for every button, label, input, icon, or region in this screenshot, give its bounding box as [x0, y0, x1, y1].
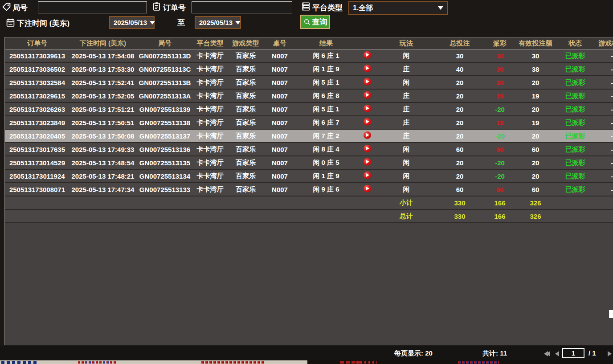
cell-status: 已派彩 — [556, 172, 595, 180]
cell-time: 2025-05-13 17:50:08 — [69, 132, 136, 140]
cell-result: 闲 7 庄 2 — [295, 132, 357, 140]
first-page-icon[interactable] — [544, 350, 550, 358]
play-video-icon[interactable] — [364, 65, 371, 72]
cell-icon — [357, 145, 377, 154]
cell-total: 60 — [435, 186, 484, 193]
cell-mode: - — [595, 159, 613, 167]
table-row[interactable]: 2505131730365022025-05-13 17:53:30GN0072… — [5, 63, 613, 76]
col-header-time: 下注时间 (美东) — [69, 39, 136, 48]
cell-order: 250513173008071 — [5, 186, 69, 193]
cell-play: 闲 — [377, 78, 435, 87]
cell-status: 已派彩 — [556, 145, 595, 154]
prev-page-icon[interactable] — [555, 350, 559, 358]
table-row[interactable]: 2505131730238492025-05-13 17:50:51GN0072… — [5, 116, 613, 130]
cell-game: 百家乐 — [227, 145, 265, 154]
col-header-order: 订单号 — [5, 39, 69, 48]
per-page-label: 每页显示: 20 — [394, 349, 433, 358]
search-icon — [303, 18, 311, 26]
table-row[interactable]: 2505131730296152025-05-13 17:52:05GN0072… — [5, 90, 613, 103]
cell-time: 2025-05-13 17:50:51 — [69, 119, 136, 127]
chevron-down-icon — [150, 21, 155, 25]
date-from-select[interactable]: 2025/05/13 — [109, 16, 155, 29]
play-video-icon[interactable] — [364, 78, 371, 86]
play-video-icon[interactable] — [364, 172, 371, 179]
play-video-icon[interactable] — [364, 131, 371, 139]
cell-order: 250513173017635 — [5, 146, 69, 153]
query-button[interactable]: 查询 — [300, 15, 330, 29]
cell-icon — [357, 118, 377, 127]
cell-game: 百家乐 — [227, 78, 265, 87]
cell-table_no: N007 — [265, 92, 295, 100]
platform-type-select[interactable]: 1.全部 — [348, 1, 448, 15]
cell-payout: -20 — [484, 172, 515, 180]
query-button-label: 查询 — [312, 17, 327, 27]
cell-valid: 19 — [515, 92, 556, 100]
cell-platform: 卡卡湾厅 — [193, 119, 227, 127]
cell-game: 百家乐 — [227, 132, 265, 140]
date-to-select[interactable]: 2025/05/13 — [195, 16, 241, 29]
cell-mode: - — [595, 146, 613, 153]
cell-play: 闲 — [377, 172, 435, 180]
cell-status: 已派彩 — [556, 132, 595, 140]
cell-order: 250513173014529 — [5, 159, 69, 167]
order-number-label: 订单号 — [163, 3, 186, 13]
cell-mode: - — [595, 65, 613, 73]
cell-time: 2025-05-13 17:52:05 — [69, 92, 136, 100]
table-row[interactable]: 2505131730176352025-05-13 17:49:33GN0072… — [5, 143, 613, 156]
next-page-icon[interactable] — [608, 350, 612, 358]
play-video-icon[interactable] — [364, 158, 371, 166]
table-body: 2505131730396132025-05-13 17:54:08GN0072… — [5, 49, 613, 223]
play-video-icon[interactable] — [364, 145, 371, 152]
cell-payout: -20 — [484, 159, 515, 167]
bet-records-panel: 订单号 下注时间 (美东) 局号 平台类型 游戏类型 桌号 结果 玩法 总投注 … — [4, 37, 613, 345]
cell-time: 2025-05-13 17:51:21 — [69, 106, 136, 113]
table-row[interactable]: 2505131730204052025-05-13 17:50:08GN0072… — [5, 130, 613, 143]
col-header-game: 游戏类型 — [227, 39, 265, 48]
cell-valid: 30 — [515, 52, 556, 60]
cell-game: 百家乐 — [227, 185, 265, 194]
cell-round: GN00725513135 — [136, 159, 193, 167]
cell-mode: - — [595, 186, 613, 193]
cell-platform: 卡卡湾厅 — [193, 132, 227, 140]
cell-result: 闲 6 庄 7 — [295, 119, 357, 127]
cell-table_no: N007 — [265, 186, 295, 193]
cell-icon — [357, 91, 377, 100]
table-row[interactable]: 2505131730080712025-05-13 17:47:34GN0072… — [5, 183, 613, 196]
table-row[interactable]: 2505131730119242025-05-13 17:48:21GN0072… — [5, 170, 613, 183]
cell-order: 250513173011924 — [5, 172, 69, 180]
page-number-input[interactable] — [562, 348, 584, 358]
cell-game: 百家乐 — [227, 92, 265, 100]
round-number-label: 局号 — [12, 3, 28, 13]
play-video-icon[interactable] — [364, 105, 371, 112]
cell-table_no: N007 — [265, 52, 295, 60]
table-row[interactable]: 2505131730396132025-05-13 17:54:08GN0072… — [5, 49, 613, 63]
col-header-status: 状态 — [556, 39, 595, 48]
total-count-label: 共计: 11 — [482, 349, 507, 358]
table-row[interactable]: 2505131730262632025-05-13 17:51:21GN0072… — [5, 103, 613, 116]
round-number-input[interactable] — [38, 1, 147, 13]
play-video-icon[interactable] — [364, 185, 371, 192]
subtotal-row: 小计330166326 — [5, 196, 613, 210]
play-video-icon[interactable] — [364, 51, 371, 59]
cell-valid: 326 — [515, 213, 556, 220]
cell-status: 已派彩 — [556, 78, 595, 87]
cell-mode: - — [595, 132, 613, 140]
cell-total: 60 — [435, 146, 484, 153]
cell-time: 2025-05-13 17:53:30 — [69, 65, 136, 73]
cell-time: 2025-05-13 17:52:41 — [69, 79, 136, 86]
col-header-payout: 派彩 — [484, 39, 515, 48]
table-row[interactable]: 2505131730145292025-05-13 17:48:54GN0072… — [5, 156, 613, 170]
cell-payout: 38 — [484, 65, 515, 73]
play-video-icon[interactable] — [364, 118, 371, 126]
cell-total: 20 — [435, 132, 484, 140]
cell-play: 闲 — [377, 185, 435, 194]
cell-play: 小计 — [377, 199, 435, 207]
table-row[interactable]: 2505131730325842025-05-13 17:52:41GN0072… — [5, 76, 613, 90]
order-number-input[interactable] — [192, 1, 292, 13]
cell-result: 闲 5 庄 1 — [295, 78, 357, 87]
cell-round: GN00725513139 — [136, 106, 193, 113]
play-video-icon[interactable] — [364, 91, 371, 99]
bet-time-label: 下注时间 (美东) — [17, 18, 69, 29]
cell-time: 2025-05-13 17:49:33 — [69, 146, 136, 153]
cell-status: 已派彩 — [556, 52, 595, 60]
